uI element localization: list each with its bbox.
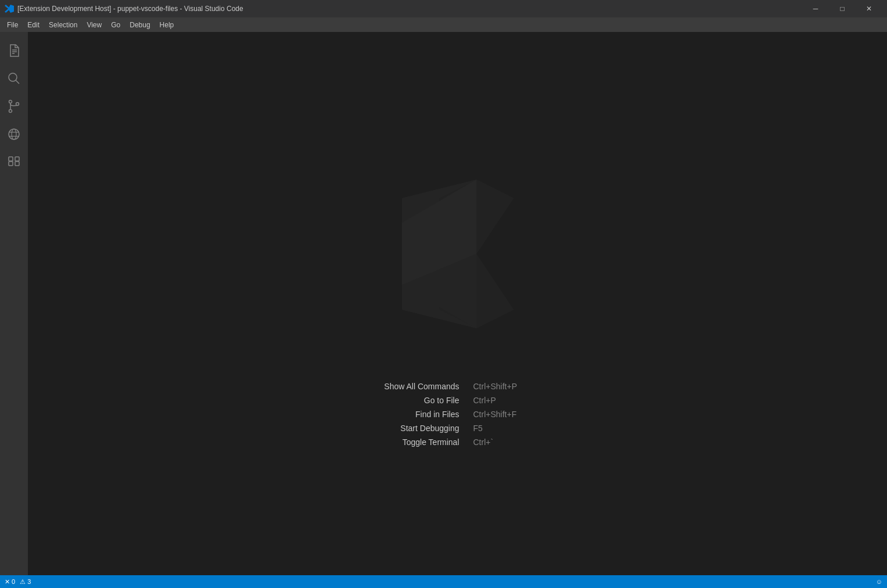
menu-item-go[interactable]: Go [106, 17, 125, 32]
svg-rect-14 [15, 162, 19, 166]
shortcut-row: Find in FilesCtrl+Shift+F [367, 410, 549, 419]
svg-rect-15 [9, 157, 13, 161]
warning-icon: ⚠ [20, 578, 26, 586]
debug-icon[interactable] [0, 120, 28, 148]
error-icon: ✕ [5, 578, 10, 586]
shortcut-label: Find in Files [367, 410, 459, 419]
vscode-logo [365, 161, 551, 347]
minimize-button[interactable]: ─ [802, 0, 829, 17]
warning-count: 3 [27, 578, 31, 585]
menu-item-view[interactable]: View [82, 17, 106, 32]
errors-status[interactable]: ✕ 0 [5, 578, 15, 586]
shortcut-key: Ctrl+P [473, 396, 549, 405]
svg-point-9 [9, 129, 19, 139]
shortcut-row: Show All CommandsCtrl+Shift+P [367, 382, 549, 391]
extensions-icon[interactable] [0, 148, 28, 176]
warnings-status[interactable]: ⚠ 3 [20, 578, 31, 586]
activity-bar [0, 32, 28, 575]
svg-point-6 [9, 110, 12, 113]
shortcut-row: Toggle TerminalCtrl+` [367, 438, 549, 447]
menu-item-selection[interactable]: Selection [44, 17, 82, 32]
shortcut-key: Ctrl+Shift+P [473, 382, 549, 391]
status-left: ✕ 0 ⚠ 3 [5, 578, 31, 586]
svg-point-12 [12, 129, 16, 139]
shortcut-label: Show All Commands [367, 382, 459, 391]
shortcut-key: Ctrl+` [473, 438, 549, 447]
editor-area: Show All CommandsCtrl+Shift+PGo to FileC… [28, 32, 887, 575]
shortcut-label: Go to File [367, 396, 459, 405]
menu-item-debug[interactable]: Debug [125, 17, 155, 32]
smiley-icon[interactable]: ☺ [876, 578, 882, 585]
status-right: ☺ [876, 578, 882, 585]
files-icon[interactable] [0, 37, 28, 64]
shortcut-key: Ctrl+Shift+F [473, 410, 549, 419]
window-title: [Extension Development Host] - puppet-vs… [17, 5, 802, 13]
main-area: Show All CommandsCtrl+Shift+PGo to FileC… [0, 32, 887, 575]
window-controls: ─ □ ✕ [802, 0, 882, 17]
menu-bar: FileEditSelectionViewGoDebugHelp [0, 17, 887, 32]
shortcut-label: Toggle Terminal [367, 438, 459, 447]
shortcut-key: F5 [473, 424, 549, 433]
error-count: 0 [12, 578, 15, 585]
title-bar: [Extension Development Host] - puppet-vs… [0, 0, 887, 17]
shortcuts-list: Show All CommandsCtrl+Shift+PGo to FileC… [367, 382, 549, 447]
source-control-icon[interactable] [0, 92, 28, 120]
menu-item-help[interactable]: Help [155, 17, 179, 32]
maximize-button[interactable]: □ [829, 0, 856, 17]
shortcut-row: Go to FileCtrl+P [367, 396, 549, 405]
menu-item-file[interactable]: File [2, 17, 23, 32]
menu-item-edit[interactable]: Edit [23, 17, 44, 32]
search-icon[interactable] [0, 64, 28, 92]
svg-point-5 [9, 101, 12, 103]
svg-rect-16 [15, 157, 19, 161]
close-button[interactable]: ✕ [856, 0, 882, 17]
status-bar: ✕ 0 ⚠ 3 ☺ [0, 575, 887, 588]
shortcut-label: Start Debugging [367, 424, 459, 433]
shortcut-row: Start DebuggingF5 [367, 424, 549, 433]
svg-point-3 [9, 73, 17, 81]
vscode-title-icon [5, 4, 14, 13]
svg-line-4 [16, 80, 19, 84]
svg-rect-13 [9, 162, 13, 166]
